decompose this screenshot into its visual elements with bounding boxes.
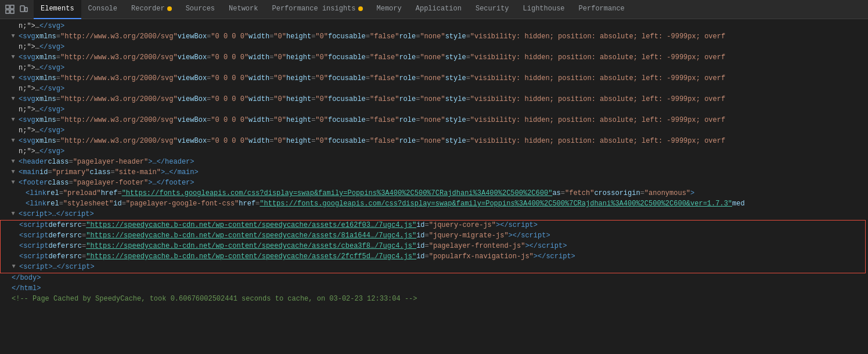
svg-rect-0 bbox=[6, 5, 9, 9]
list-item[interactable]: n;">…</svg> bbox=[0, 105, 868, 115]
tab-lighthouse[interactable]: Lighthouse bbox=[516, 0, 572, 19]
line-text: n;">… bbox=[19, 22, 39, 30]
list-item[interactable]: n;">…</svg> bbox=[0, 147, 868, 157]
list-item[interactable]: <script defer src="https://speedycache.b… bbox=[1, 221, 865, 231]
inspect-icon[interactable] bbox=[5, 4, 15, 15]
tab-application-label: Application bbox=[416, 5, 462, 13]
tab-sources-label: Sources bbox=[186, 5, 215, 13]
tab-security-label: Security bbox=[476, 5, 509, 13]
list-item[interactable]: n;">…</svg> bbox=[0, 42, 868, 53]
tab-network[interactable]: Network bbox=[222, 0, 265, 19]
tab-performance-label: Performance bbox=[579, 5, 625, 13]
tab-recorder-label: Recorder bbox=[131, 5, 165, 13]
tab-console[interactable]: Console bbox=[81, 0, 124, 19]
list-item[interactable]: <script>…</script> bbox=[0, 209, 868, 220]
list-item[interactable]: n;">…</svg> bbox=[0, 126, 868, 136]
tab-memory-label: Memory bbox=[377, 5, 402, 13]
list-item[interactable]: <svg xmlns="http://www.w3.org/2000/svg" … bbox=[0, 74, 868, 84]
list-item[interactable]: n;">…</svg> bbox=[0, 84, 868, 95]
expand-arrow[interactable] bbox=[12, 74, 17, 81]
list-item[interactable]: n;">…</svg> bbox=[0, 63, 868, 74]
devtools-tab-bar: Elements Console Recorder Sources Networ… bbox=[0, 0, 868, 19]
close-tag: </svg> bbox=[39, 22, 64, 30]
open-tag: <svg bbox=[19, 32, 35, 41]
expand-arrow[interactable] bbox=[12, 137, 17, 144]
expand-arrow[interactable] bbox=[12, 210, 17, 217]
svg-rect-4 bbox=[20, 6, 24, 12]
tab-console-label: Console bbox=[88, 5, 117, 13]
tab-application[interactable]: Application bbox=[409, 0, 469, 19]
tab-recorder[interactable]: Recorder bbox=[124, 0, 179, 19]
list-item[interactable]: <svg xmlns="http://www.w3.org/2000/svg" … bbox=[0, 53, 868, 63]
list-item[interactable]: <svg xmlns="http://www.w3.org/2000/svg" … bbox=[0, 136, 868, 147]
svg-rect-3 bbox=[10, 10, 14, 13]
expand-arrow[interactable] bbox=[12, 116, 17, 123]
list-item[interactable]: <svg xmlns="http://www.w3.org/2000/svg" … bbox=[0, 32, 868, 42]
list-item[interactable]: <link rel="preload" href="https://fonts.… bbox=[0, 189, 868, 199]
device-toggle-icon[interactable] bbox=[19, 4, 29, 15]
tab-sources[interactable]: Sources bbox=[179, 0, 222, 19]
svg-rect-2 bbox=[6, 10, 9, 13]
performance-insights-badge bbox=[358, 6, 363, 11]
tab-network-label: Network bbox=[229, 5, 258, 13]
list-item[interactable]: <header class="pagelayer-header" >…</hea… bbox=[0, 157, 868, 168]
list-item[interactable]: <!-- Page Cached by SpeedyCache, took 0.… bbox=[0, 294, 868, 305]
attr-name: xmlns bbox=[35, 32, 56, 41]
expand-arrow[interactable] bbox=[12, 168, 17, 175]
list-item[interactable]: n;">…</svg> bbox=[0, 21, 868, 32]
svg-rect-1 bbox=[10, 5, 14, 9]
expand-arrow[interactable] bbox=[12, 263, 18, 270]
list-item[interactable]: <script defer src="https://speedycache.b… bbox=[1, 241, 865, 252]
recorder-badge bbox=[167, 6, 172, 11]
list-item[interactable]: <footer class="pagelayer-footer" >…</foo… bbox=[0, 178, 868, 189]
list-item[interactable]: </html> bbox=[0, 284, 868, 294]
tab-memory[interactable]: Memory bbox=[370, 0, 409, 19]
expand-arrow[interactable] bbox=[12, 32, 17, 39]
elements-panel: n;">…</svg> <svg xmlns="http://www.w3.or… bbox=[0, 19, 868, 354]
list-item[interactable]: <svg xmlns="http://www.w3.org/2000/svg" … bbox=[0, 95, 868, 105]
tab-icon-group bbox=[0, 4, 34, 15]
highlighted-scripts-section: <script defer src="https://speedycache.b… bbox=[0, 220, 866, 273]
list-item[interactable]: <script>…</script> bbox=[1, 262, 865, 273]
tab-performance[interactable]: Performance bbox=[572, 0, 632, 19]
tab-performance-insights[interactable]: Performance insights bbox=[265, 0, 369, 19]
expand-arrow[interactable] bbox=[12, 179, 17, 186]
tab-security[interactable]: Security bbox=[469, 0, 516, 19]
list-item[interactable]: </body> bbox=[0, 273, 868, 284]
list-item[interactable]: <script defer src="https://speedycache.b… bbox=[1, 231, 865, 241]
list-item[interactable]: <svg xmlns="http://www.w3.org/2000/svg" … bbox=[0, 115, 868, 126]
svg-rect-5 bbox=[25, 8, 27, 12]
list-item[interactable]: <link rel="stylesheet" id="pagelayer-goo… bbox=[0, 199, 868, 209]
expand-arrow[interactable] bbox=[12, 53, 17, 60]
list-item[interactable]: <main id="primary" class="site-main" >…<… bbox=[0, 168, 868, 178]
tab-performance-insights-label: Performance insights bbox=[272, 5, 355, 13]
expand-arrow[interactable] bbox=[12, 158, 17, 165]
list-item[interactable]: <script defer src="https://speedycache.b… bbox=[1, 252, 865, 262]
tab-elements[interactable]: Elements bbox=[34, 0, 81, 19]
expand-arrow[interactable] bbox=[12, 95, 17, 102]
tab-lighthouse-label: Lighthouse bbox=[523, 5, 565, 13]
tab-elements-label: Elements bbox=[41, 5, 74, 13]
